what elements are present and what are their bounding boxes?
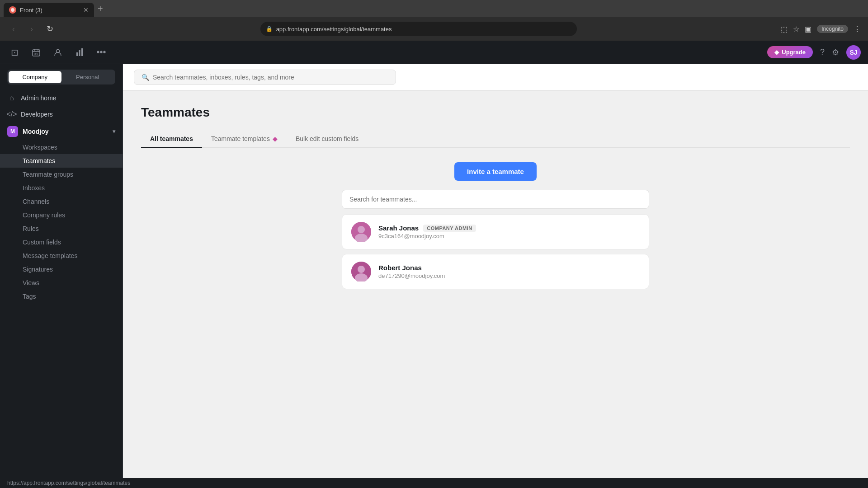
teammate-info-robert: Robert Jonas de717290@moodjoy.com [378, 264, 640, 279]
teammate-email-sarah: 9c3ca164@moodjoy.com [378, 233, 640, 239]
teammate-name-robert: Robert Jonas [378, 264, 640, 272]
status-bar: https://app.frontapp.com/settings/global… [0, 478, 868, 488]
sidebar-item-channels[interactable]: Channels [0, 195, 123, 208]
sidebar-item-company-rules[interactable]: Company rules [0, 208, 123, 222]
global-search-wrap[interactable]: 🔍 [134, 70, 396, 85]
tab-teammate-templates[interactable]: Teammate templates ◆ [202, 131, 287, 148]
sidebar-item-views[interactable]: Views [0, 276, 123, 290]
settings-icon[interactable]: ⚙ [832, 47, 839, 57]
sidebar-item-tags[interactable]: Tags [0, 290, 123, 303]
back-button[interactable]: ‹ [7, 23, 20, 35]
inbox-icon[interactable]: ⊡ [7, 45, 22, 60]
upgrade-button[interactable]: ◆ Upgrade [767, 46, 813, 58]
company-toggle-button[interactable]: Company [9, 71, 61, 83]
tab-teammate-templates-label: Teammate templates [211, 135, 270, 142]
cast-icon[interactable]: ⬚ [781, 25, 788, 33]
global-search-area: 🔍 [123, 64, 868, 91]
diamond-upgrade-icon: ◆ [774, 49, 779, 56]
svg-point-0 [11, 8, 14, 12]
refresh-button[interactable]: ↻ [43, 23, 56, 35]
teammate-email-robert: de717290@moodjoy.com [378, 272, 640, 279]
invite-teammate-button[interactable]: Invite a teammate [454, 162, 537, 181]
sidebar-item-workspaces[interactable]: Workspaces [0, 141, 123, 154]
incognito-badge[interactable]: Incognito [817, 25, 848, 33]
forward-button[interactable]: › [25, 23, 38, 35]
browser-tab[interactable]: Front (3) ✕ [4, 3, 94, 17]
moodjoy-icon: M [7, 126, 18, 137]
company-admin-badge: COMPANY ADMIN [423, 225, 476, 232]
sidebar-item-message-templates[interactable]: Message templates [0, 249, 123, 263]
menu-icon[interactable]: ⋮ [854, 25, 861, 33]
teammate-info-sarah: Sarah Jonas COMPANY ADMIN 9c3ca164@moodj… [378, 224, 640, 239]
contacts-icon[interactable] [51, 45, 65, 60]
new-tab-button[interactable]: + [98, 4, 103, 14]
tab-bulk-edit-custom-fields[interactable]: Bulk edit custom fields [287, 131, 368, 148]
personal-toggle-button[interactable]: Personal [61, 71, 114, 83]
user-avatar[interactable]: SJ [846, 45, 861, 60]
teammate-card-robert[interactable]: Robert Jonas de717290@moodjoy.com [342, 254, 649, 289]
sidebar-item-admin-home[interactable]: ⌂ Admin home [0, 90, 123, 106]
tab-all-teammates-label: All teammates [150, 135, 193, 142]
address-text: app.frontapp.com/settings/global/teammat… [276, 26, 571, 33]
home-icon: ⌂ [7, 94, 16, 103]
svg-rect-7 [76, 52, 78, 56]
sidebar-item-signatures[interactable]: Signatures [0, 263, 123, 276]
teammate-search-input[interactable] [349, 196, 642, 203]
code-icon: </> [7, 110, 16, 119]
search-icon: 🔍 [142, 74, 149, 81]
calendar-icon[interactable]: 31 [29, 45, 43, 60]
teammate-search-wrap[interactable] [342, 190, 649, 209]
chevron-down-icon: ▾ [113, 128, 115, 135]
global-search-input[interactable] [153, 74, 388, 81]
main-content: 🔍 Teammates All teammates Teammate templ… [123, 64, 868, 478]
svg-point-11 [358, 226, 365, 233]
moodjoy-group: M Moodjoy ▾ Workspaces Teammates Teammat… [0, 122, 123, 303]
sidebar: Company Personal ⌂ Admin home </> Develo… [0, 64, 123, 478]
tab-all-teammates[interactable]: All teammates [141, 131, 202, 148]
sidebar-toggle-icon[interactable]: ▣ [805, 25, 811, 33]
sidebar-item-teammate-groups[interactable]: Teammate groups [0, 168, 123, 181]
page-title: Teammates [141, 105, 850, 120]
company-personal-toggle: Company Personal [7, 70, 115, 84]
svg-point-14 [358, 266, 365, 273]
tab-bulk-edit-label: Bulk edit custom fields [296, 135, 359, 142]
sidebar-item-developers[interactable]: </> Developers [0, 106, 123, 122]
teammate-card-sarah[interactable]: Sarah Jonas COMPANY ADMIN 9c3ca164@moodj… [342, 214, 649, 249]
lock-icon: 🔒 [266, 26, 273, 32]
sidebar-item-custom-fields[interactable]: Custom fields [0, 235, 123, 249]
sidebar-item-inboxes[interactable]: Inboxes [0, 181, 123, 195]
teammate-avatar-sarah [351, 222, 371, 242]
tabs-row: All teammates Teammate templates ◆ Bulk … [141, 131, 850, 148]
svg-text:31: 31 [34, 52, 38, 56]
address-bar[interactable]: 🔒 app.frontapp.com/settings/global/teamm… [260, 22, 577, 36]
moodjoy-group-header[interactable]: M Moodjoy ▾ [0, 122, 123, 141]
status-url: https://app.frontapp.com/settings/global… [7, 480, 130, 486]
svg-rect-8 [79, 50, 80, 56]
sidebar-item-rules[interactable]: Rules [0, 222, 123, 235]
teammate-name-sarah: Sarah Jonas COMPANY ADMIN [378, 224, 640, 232]
more-icon[interactable]: ••• [94, 45, 108, 60]
tab-close-button[interactable]: ✕ [83, 6, 89, 14]
help-icon[interactable]: ? [820, 47, 825, 57]
teammate-avatar-robert [351, 262, 371, 282]
analytics-icon[interactable] [72, 45, 87, 60]
bookmark-icon[interactable]: ☆ [793, 25, 799, 33]
tab-title: Front (3) [20, 7, 80, 14]
tab-favicon [9, 6, 16, 14]
svg-rect-9 [81, 48, 83, 56]
diamond-icon: ◆ [273, 135, 278, 142]
invite-row: Invite a teammate [141, 162, 850, 181]
sidebar-item-teammates[interactable]: Teammates [0, 154, 123, 168]
